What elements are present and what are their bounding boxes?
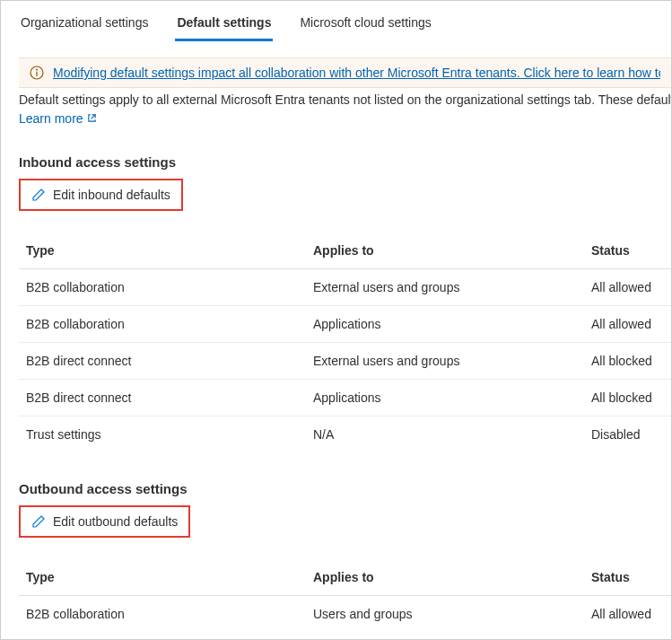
table-row: B2B collaboration Users and groups All a… bbox=[19, 596, 671, 632]
cell-type: B2B direct connect bbox=[26, 354, 313, 368]
inbound-table: Type Applies to Status B2B collaboration… bbox=[19, 232, 671, 452]
cell-type: B2B collaboration bbox=[26, 607, 313, 621]
edit-outbound-label: Edit outbound defaults bbox=[53, 514, 178, 529]
tab-default-settings[interactable]: Default settings bbox=[175, 12, 273, 41]
info-banner: Modifying default settings impact all co… bbox=[19, 57, 671, 88]
learn-more-link[interactable]: Learn more bbox=[19, 111, 97, 126]
info-icon bbox=[30, 66, 44, 80]
info-banner-link[interactable]: Modifying default settings impact all co… bbox=[53, 66, 660, 80]
table-row: B2B direct connect External users and gr… bbox=[19, 343, 671, 380]
table-row: B2B collaboration External users and gro… bbox=[19, 269, 671, 306]
pencil-icon bbox=[31, 514, 46, 529]
settings-panel: Organizational settings Default settings… bbox=[0, 0, 672, 640]
external-link-icon bbox=[87, 113, 97, 123]
col-applies-to: Applies to bbox=[313, 570, 591, 584]
cell-type: B2B collaboration bbox=[26, 317, 313, 331]
edit-inbound-defaults-button[interactable]: Edit inbound defaults bbox=[22, 182, 179, 207]
inbound-table-header: Type Applies to Status bbox=[19, 232, 671, 269]
tab-strip: Organizational settings Default settings… bbox=[1, 1, 671, 41]
col-status: Status bbox=[591, 243, 672, 258]
cell-type: Trust settings bbox=[26, 427, 313, 442]
cell-type: B2B direct connect bbox=[26, 390, 313, 405]
cell-status: All allowed bbox=[591, 280, 672, 294]
description-text: Default settings apply to all external M… bbox=[19, 92, 671, 110]
pencil-icon bbox=[31, 188, 46, 202]
edit-outbound-defaults-button[interactable]: Edit outbound defaults bbox=[22, 509, 187, 534]
table-row: Trust settings N/A Disabled bbox=[19, 416, 671, 452]
outbound-section-title: Outbound access settings bbox=[19, 481, 671, 496]
cell-status: Disabled bbox=[591, 427, 672, 442]
cell-status: All allowed bbox=[591, 317, 672, 331]
cell-status: All blocked bbox=[591, 390, 672, 405]
edit-inbound-label: Edit inbound defaults bbox=[53, 188, 170, 202]
learn-more-label: Learn more bbox=[19, 111, 83, 126]
tab-organizational-settings[interactable]: Organizational settings bbox=[19, 12, 150, 41]
tab-content: Modifying default settings impact all co… bbox=[1, 41, 671, 632]
inbound-section-title: Inbound access settings bbox=[19, 154, 671, 170]
edit-inbound-highlight: Edit inbound defaults bbox=[19, 179, 183, 211]
col-type: Type bbox=[26, 570, 313, 584]
cell-type: B2B collaboration bbox=[26, 280, 313, 294]
cell-status: All blocked bbox=[591, 354, 672, 368]
cell-applies-to: Users and groups bbox=[313, 607, 591, 621]
tab-microsoft-cloud-settings[interactable]: Microsoft cloud settings bbox=[298, 12, 432, 41]
table-row: B2B direct connect Applications All bloc… bbox=[19, 380, 671, 416]
cell-applies-to: External users and groups bbox=[313, 280, 591, 294]
cell-applies-to: Applications bbox=[313, 390, 591, 405]
edit-outbound-highlight: Edit outbound defaults bbox=[19, 505, 190, 538]
col-applies-to: Applies to bbox=[313, 243, 591, 258]
cell-applies-to: N/A bbox=[313, 427, 591, 442]
cell-applies-to: Applications bbox=[313, 317, 591, 331]
cell-applies-to: External users and groups bbox=[313, 354, 591, 368]
outbound-table: Type Applies to Status B2B collaboration… bbox=[19, 559, 671, 632]
cell-status: All allowed bbox=[591, 607, 672, 621]
col-type: Type bbox=[26, 243, 313, 258]
table-row: B2B collaboration Applications All allow… bbox=[19, 306, 671, 343]
outbound-table-header: Type Applies to Status bbox=[19, 559, 671, 596]
col-status: Status bbox=[591, 570, 672, 584]
